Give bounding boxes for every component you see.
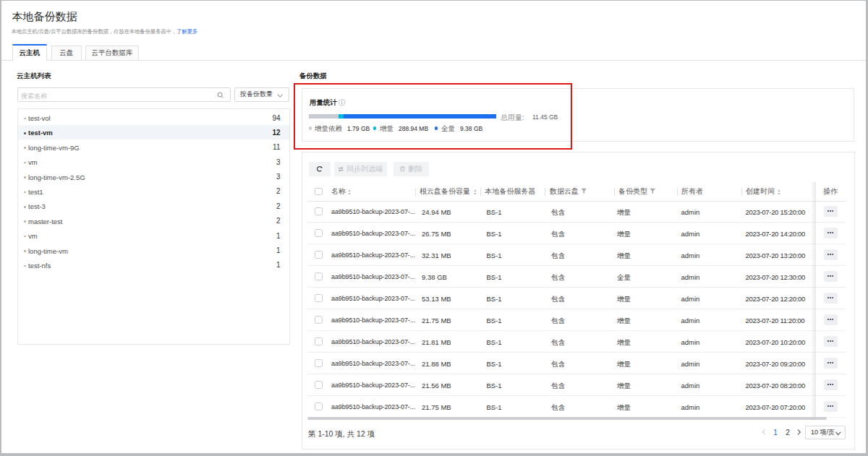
row-checkbox[interactable] xyxy=(315,207,323,215)
backup-name-link[interactable]: aa9b9510-backup-2023-07-... xyxy=(331,382,415,389)
row-checkbox[interactable] xyxy=(315,229,323,237)
sort-icon-created[interactable] xyxy=(777,189,781,195)
backup-type-cell: 增量 xyxy=(617,251,631,261)
row-checkbox[interactable] xyxy=(315,403,323,410)
vm-backup-count: 3 xyxy=(276,173,281,181)
pagination-page-2[interactable]: 2 xyxy=(782,426,793,438)
filter-icon-type[interactable] xyxy=(650,188,656,194)
backup-name-link[interactable]: aa9b9510-backup-2023-07-... xyxy=(331,251,415,259)
row-actions-button[interactable] xyxy=(824,336,838,347)
select-all-checkbox[interactable] xyxy=(315,188,323,196)
col-header-size[interactable]: 根云盘备份容量 xyxy=(420,186,470,197)
vm-backup-count: 11 xyxy=(273,143,280,151)
backup-server-link[interactable]: BS-1 xyxy=(487,338,502,346)
vm-list-item[interactable]: master-test2 xyxy=(18,213,289,228)
ellipsis-icon xyxy=(827,210,834,212)
page-size-select[interactable]: 10 项/页 xyxy=(805,426,846,439)
sort-icon-name[interactable] xyxy=(347,189,352,195)
backup-size-cell: 21.88 MB xyxy=(422,360,451,368)
tab-cloud-disk[interactable]: 云盘 xyxy=(51,46,82,61)
vm-list-item[interactable]: vm3 xyxy=(18,155,289,169)
vm-list-item[interactable]: test-32 xyxy=(18,199,289,213)
horizontal-scrollbar[interactable] xyxy=(307,417,827,421)
pagination-page-1[interactable]: 1 xyxy=(770,426,781,438)
search-input[interactable]: 搜索名称 xyxy=(17,87,231,103)
backup-server-link[interactable]: BS-1 xyxy=(487,251,502,259)
legend-dot-dependency xyxy=(309,126,312,130)
sort-by-backup-count-select[interactable]: 按备份数量 xyxy=(234,87,289,103)
vm-backup-count: 1 xyxy=(276,232,281,240)
backup-name-link[interactable]: aa9b9510-backup-2023-07-... xyxy=(331,208,415,215)
row-actions-button[interactable] xyxy=(824,206,838,217)
legend-value-dependency: 1.79 GB xyxy=(347,125,370,132)
backup-name-link[interactable]: aa9b9510-backup-2023-07-... xyxy=(331,360,415,367)
row-checkbox[interactable] xyxy=(315,337,323,345)
row-actions-button[interactable] xyxy=(824,401,838,412)
delete-button[interactable]: 删除 xyxy=(393,162,429,176)
refresh-button[interactable] xyxy=(309,162,331,176)
row-actions-button[interactable] xyxy=(824,379,838,390)
backup-name-link[interactable]: aa9b9510-backup-2023-07-... xyxy=(331,338,415,345)
data-volume-cell: 包含 xyxy=(551,273,565,283)
owner-cell: admin xyxy=(681,360,700,368)
sync-to-remote-button[interactable]: 同步到远端 xyxy=(334,162,387,176)
backup-name-link[interactable]: aa9b9510-backup-2023-07-... xyxy=(331,403,415,410)
vm-list-item[interactable]: long-time-vm1 xyxy=(18,243,289,257)
vm-list-item[interactable]: test12 xyxy=(18,184,289,198)
row-actions-button[interactable] xyxy=(824,293,838,304)
legend-label-dependency: 增量依赖 xyxy=(315,124,342,134)
row-checkbox[interactable] xyxy=(315,251,323,259)
sort-icon-size[interactable] xyxy=(473,189,477,195)
backup-server-link[interactable]: BS-1 xyxy=(487,403,502,411)
legend-dot-full xyxy=(435,126,438,130)
row-checkbox[interactable] xyxy=(315,316,323,324)
learn-more-link[interactable]: 了解更多 xyxy=(176,28,197,35)
backup-server-link[interactable]: BS-1 xyxy=(487,273,502,281)
pagination-prev-button[interactable] xyxy=(758,426,770,438)
tab-platform-db[interactable]: 云平台数据库 xyxy=(85,46,139,61)
row-actions-button[interactable] xyxy=(824,358,838,369)
created-time-cell: 2023-07-20 13:20:00 xyxy=(746,251,806,259)
delete-label: 删除 xyxy=(408,164,422,174)
row-checkbox[interactable] xyxy=(315,272,323,280)
table-row: aa9b9510-backup-2023-07-... 21.81 MB BS-… xyxy=(302,331,855,353)
vm-list-item[interactable]: vm1 xyxy=(18,228,289,243)
ellipsis-icon xyxy=(827,340,834,342)
backup-server-link[interactable]: BS-1 xyxy=(487,360,502,368)
sync-arrows-icon xyxy=(338,166,344,173)
pagination-next-button[interactable] xyxy=(793,426,805,438)
row-actions-button[interactable] xyxy=(824,249,838,260)
row-actions-button[interactable] xyxy=(824,228,838,238)
backup-server-link[interactable]: BS-1 xyxy=(487,317,502,324)
tab-platform-db-label: 云平台数据库 xyxy=(92,48,133,58)
backup-name-link[interactable]: aa9b9510-backup-2023-07-... xyxy=(331,273,415,280)
vm-backup-count: 2 xyxy=(276,187,281,195)
vm-list-item[interactable]: test-nfs1 xyxy=(18,257,289,272)
col-header-created[interactable]: 创建时间 xyxy=(746,186,775,197)
row-checkbox[interactable] xyxy=(315,294,323,302)
backup-server-link[interactable]: BS-1 xyxy=(487,230,502,238)
backup-server-link[interactable]: BS-1 xyxy=(487,295,502,303)
backup-name-link[interactable]: aa9b9510-backup-2023-07-... xyxy=(331,317,415,324)
col-header-name[interactable]: 名称 xyxy=(331,186,346,197)
backup-name-link[interactable]: aa9b9510-backup-2023-07-... xyxy=(331,230,415,237)
backup-size-cell: 21.56 MB xyxy=(422,382,451,390)
vm-list-item[interactable]: test-vol94 xyxy=(18,111,289,125)
table-row: aa9b9510-backup-2023-07-... 53.13 MB BS-… xyxy=(302,288,855,309)
tab-cloud-disk-label: 云盘 xyxy=(59,48,73,58)
owner-cell: admin xyxy=(681,338,700,346)
row-checkbox[interactable] xyxy=(315,381,323,389)
vm-list-item[interactable]: long-time-vm-2.5G3 xyxy=(18,169,289,184)
backup-type-cell: 增量 xyxy=(617,382,631,391)
filter-icon-datavol[interactable] xyxy=(581,188,587,194)
vm-list-item-selected[interactable]: test-vm12 xyxy=(18,125,289,139)
backup-server-link[interactable]: BS-1 xyxy=(487,382,502,390)
vm-list-item[interactable]: long-time-vm-9G11 xyxy=(18,139,289,154)
row-checkbox[interactable] xyxy=(315,359,323,367)
info-icon[interactable] xyxy=(339,99,346,106)
backup-server-link[interactable]: BS-1 xyxy=(487,208,502,216)
backup-name-link[interactable]: aa9b9510-backup-2023-07-... xyxy=(331,295,415,302)
tab-cloud-vm[interactable]: 云主机 xyxy=(12,44,47,61)
row-actions-button[interactable] xyxy=(824,271,838,282)
row-actions-button[interactable] xyxy=(824,314,838,325)
